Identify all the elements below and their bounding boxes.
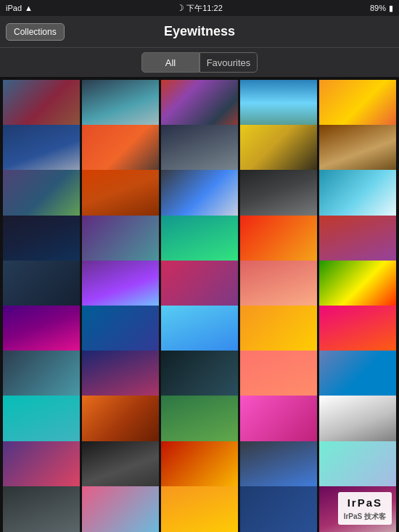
status-bar: iPad ▲ ☽ 下午11:22 89% ▮ <box>0 0 399 16</box>
tab-bar: All Favourites <box>0 48 399 77</box>
wifi-icon: ▲ <box>25 4 33 12</box>
time-display: 下午11:22 <box>186 3 223 14</box>
status-right: 89% ▮ <box>370 4 393 13</box>
collections-button[interactable]: Collections <box>6 23 65 41</box>
battery-label: 89% <box>370 4 386 12</box>
photo-cell[interactable] <box>161 486 238 532</box>
nav-bar: Collections Eyewitness <box>0 16 399 48</box>
status-left: iPad ▲ <box>6 4 33 12</box>
photo-grid <box>0 77 399 532</box>
photo-thumbnail <box>161 486 238 532</box>
device-label: iPad <box>6 4 22 12</box>
tab-all[interactable]: All <box>141 52 200 73</box>
page-title: Eyewitness <box>164 24 235 39</box>
photo-cell[interactable] <box>3 486 80 532</box>
photo-cell[interactable] <box>319 486 396 532</box>
photo-thumbnail <box>82 486 159 532</box>
moon-icon: ☽ <box>176 3 184 13</box>
tab-favourites[interactable]: Favourites <box>200 52 258 73</box>
photo-thumbnail <box>3 486 80 532</box>
battery-icon: ▮ <box>389 4 393 13</box>
photo-thumbnail <box>240 486 317 532</box>
photo-cell[interactable] <box>82 486 159 532</box>
photo-cell[interactable] <box>240 486 317 532</box>
photo-thumbnail <box>319 486 396 532</box>
